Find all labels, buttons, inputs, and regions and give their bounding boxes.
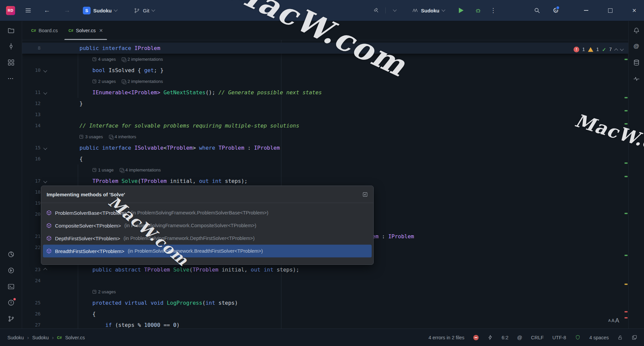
more-toolwindows-button[interactable]: ⋯ (4, 72, 18, 85)
code-row[interactable]: 23 public abstract TProblem Solve(TProbl… (22, 264, 629, 275)
coverage-toolwindow-button[interactable] (4, 248, 18, 261)
line-number[interactable]: 23 (22, 264, 41, 275)
popup-header[interactable]: Implementing methods of 'Solve' (41, 186, 373, 203)
code-row[interactable]: 14// Interface for solvable problems req… (22, 120, 629, 131)
navigate-forward-button[interactable]: → (61, 5, 73, 16)
codevision-row[interactable]: 3 usages4 inheritors (22, 131, 629, 142)
font-size-widget[interactable]: A A A (608, 315, 619, 326)
maximize-button[interactable] (604, 5, 616, 16)
line-number[interactable] (22, 220, 41, 231)
line-number[interactable]: 20 (22, 209, 41, 220)
stripe-mark[interactable] (625, 213, 628, 214)
code-vision-hint[interactable]: 2 implementations (122, 54, 163, 65)
stripe-mark[interactable] (625, 255, 628, 256)
toolbar-dropdown-button[interactable] (389, 5, 400, 16)
debug-button[interactable] (472, 5, 484, 16)
code-vision-hint[interactable]: 4 inheritors (109, 131, 136, 142)
security-shield-button[interactable] (575, 335, 581, 340)
tab-close-icon[interactable]: ✕ (99, 28, 103, 33)
overrides-gutter-icon[interactable] (43, 268, 47, 271)
navigate-back-button[interactable]: ← (41, 5, 53, 16)
tab-solver-cs[interactable]: C# Solver.cs ✕ (63, 21, 108, 40)
stripe-mark[interactable] (625, 97, 628, 98)
line-number[interactable]: 10 (22, 65, 41, 76)
line-number[interactable]: 18 (22, 187, 41, 198)
line-number[interactable]: 12 (22, 98, 41, 109)
git-toolwindow-button[interactable] (4, 312, 18, 326)
line-number[interactable]: 24 (22, 275, 41, 286)
code-row[interactable]: 11 IEnumerable<IProblem> GetNextStates()… (22, 87, 629, 98)
tab-board-cs[interactable]: C# Board.cs (26, 21, 63, 40)
next-problem-button[interactable] (620, 47, 624, 51)
code-row[interactable]: 13 (22, 109, 629, 120)
main-menu-button[interactable] (22, 5, 34, 16)
database-toolwindow-button[interactable] (630, 56, 643, 69)
code-vision-hint[interactable]: 4 usages (93, 54, 116, 65)
line-number[interactable]: 13 (22, 109, 41, 120)
open-in-toolwindow-icon[interactable] (362, 192, 368, 197)
caret-position[interactable]: 6:2 (502, 335, 508, 340)
ai-assistant-button[interactable]: @ (630, 40, 643, 53)
code-editor[interactable]: 4 usages2 implementations10 bool IsSolve… (22, 40, 629, 329)
reader-mode-button[interactable] (473, 335, 479, 340)
code-row[interactable]: 17 TProblem Solve(TProblem initial, out … (22, 176, 629, 187)
line-number[interactable] (22, 131, 41, 142)
implementations-gutter-icon[interactable] (43, 68, 47, 72)
notifications-button[interactable] (630, 23, 643, 37)
line-number[interactable] (22, 286, 41, 297)
popup-item[interactable]: CompositeSolver<TProblem>(in ProblemSolv… (43, 219, 372, 232)
run-config-widget[interactable]: Sudoku (409, 4, 447, 16)
line-number[interactable]: 17 (22, 176, 41, 187)
codevision-row[interactable]: 1 usage4 implementations (22, 164, 629, 176)
popup-item[interactable]: BreadthFirstSolver<TProblem>(in ProblemS… (43, 245, 372, 257)
project-widget[interactable]: S Sudoku (80, 4, 120, 16)
code-vision-hint[interactable]: 2 usages (93, 286, 116, 297)
popup-item[interactable]: DepthFirstSolver<TProblem>(in ProblemSol… (43, 232, 372, 245)
code-vision-hint[interactable]: 3 usages (79, 131, 103, 142)
implementations-gutter-icon[interactable] (43, 179, 47, 183)
code-row[interactable]: 27 if (steps % 10000 == 0) (22, 319, 629, 329)
search-button[interactable] (531, 5, 543, 16)
services-toolwindow-button[interactable] (4, 264, 18, 277)
stripe-mark[interactable] (625, 317, 628, 318)
stripe-mark[interactable] (625, 284, 628, 285)
previous-problem-button[interactable] (614, 48, 618, 52)
code-vision-hint[interactable]: 1 usage (93, 164, 114, 176)
line-number[interactable]: 27 (22, 319, 41, 329)
terminal-toolwindow-button[interactable] (4, 280, 18, 293)
problems-toolwindow-button[interactable] (4, 296, 18, 309)
more-actions-button[interactable]: ⋮ (488, 5, 499, 16)
line-number[interactable]: 19 (22, 198, 41, 209)
power-save-button[interactable] (487, 335, 493, 340)
line-number[interactable]: 22 (22, 242, 41, 253)
line-number[interactable]: 26 (22, 308, 41, 319)
implementations-gutter-icon[interactable] (43, 146, 47, 150)
profiler-toolwindow-button[interactable] (630, 72, 643, 85)
column-mode-icon[interactable]: @ (517, 335, 522, 340)
code-row[interactable]: 10 bool IsSolved { get; } (22, 65, 629, 76)
code-row[interactable]: 16{ (22, 153, 629, 164)
error-stripe[interactable] (624, 40, 628, 329)
stripe-mark[interactable] (625, 162, 628, 164)
code-vision-hint[interactable]: 2 implementations (122, 76, 163, 87)
build-button[interactable] (371, 5, 382, 16)
structure-toolwindow-button[interactable] (4, 56, 18, 69)
line-number[interactable]: 8 (22, 43, 41, 54)
stripe-mark[interactable] (625, 110, 628, 111)
code-vision-hint[interactable]: 4 implementations (120, 164, 161, 176)
line-number[interactable]: 21 (22, 231, 41, 242)
sticky-line[interactable]: 8 public interface IProblem (22, 43, 629, 54)
code-row[interactable]: 25 protected virtual void LogProgress(in… (22, 297, 629, 308)
line-number[interactable] (22, 253, 41, 264)
vcs-widget[interactable]: Git (131, 4, 157, 16)
stripe-mark[interactable] (625, 123, 628, 125)
encoding-widget[interactable]: UTF-8 (552, 335, 566, 340)
code-row[interactable]: 12} (22, 98, 629, 109)
code-row[interactable]: 24 (22, 275, 629, 286)
rider-logo-icon[interactable]: RD (6, 6, 15, 15)
run-button[interactable] (455, 5, 467, 16)
commit-toolwindow-button[interactable] (4, 40, 18, 53)
code-row[interactable]: 26 { (22, 308, 629, 319)
line-separator-widget[interactable]: CRLF (531, 335, 544, 340)
project-toolwindow-button[interactable] (4, 23, 18, 37)
